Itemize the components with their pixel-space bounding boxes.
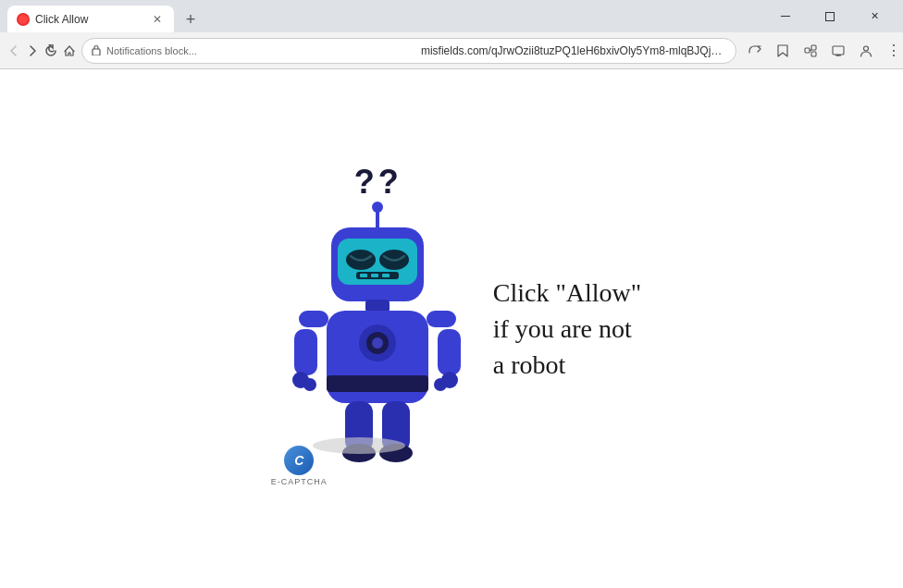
menu-button[interactable]: ⋮: [881, 38, 903, 64]
toolbar-actions: ⋮: [742, 38, 903, 64]
page-inner: ??: [262, 153, 642, 505]
robot-svg: [290, 200, 465, 468]
browser-tab[interactable]: Click Allow ✕: [7, 6, 174, 32]
main-text-line2: if you are not: [493, 311, 642, 347]
extensions-button[interactable]: [798, 38, 823, 64]
maximize-button[interactable]: [809, 2, 851, 31]
svg-point-33: [434, 378, 447, 391]
svg-point-9: [863, 46, 868, 51]
svg-point-19: [372, 202, 383, 213]
bookmark-button[interactable]: [770, 38, 796, 64]
tab-area: Click Allow ✕ +: [7, 0, 761, 32]
svg-rect-31: [438, 329, 461, 375]
minimize-button[interactable]: [764, 2, 807, 31]
svg-rect-27: [294, 329, 317, 375]
question-marks: ??: [354, 163, 402, 202]
forward-button[interactable]: [26, 38, 39, 64]
main-message: Click "Allow" if you are not a robot: [493, 275, 642, 384]
svg-rect-26: [299, 311, 328, 327]
svg-point-29: [303, 378, 316, 391]
notification-badge: Notifications block...: [106, 45, 412, 56]
svg-rect-17: [382, 274, 390, 277]
ecaptcha-logo: C E-CAPTCHA: [271, 446, 328, 486]
address-bar[interactable]: Notifications block... misfields.com/qJr…: [81, 38, 736, 64]
ecaptcha-label: E-CAPTCHA: [271, 477, 328, 486]
page-content: ??: [0, 69, 903, 588]
svg-rect-22: [327, 375, 428, 392]
url-text: misfields.com/qJrwOzii8tuzPQ1leH6bxivOly…: [421, 44, 726, 57]
svg-rect-4: [811, 45, 816, 50]
svg-rect-6: [833, 46, 844, 55]
main-text-line1: Click "Allow": [493, 275, 642, 311]
svg-rect-5: [811, 52, 816, 56]
svg-point-25: [372, 337, 383, 349]
svg-rect-15: [360, 274, 367, 277]
robot-illustration: ??: [262, 153, 475, 505]
profile-button[interactable]: [853, 38, 879, 64]
share-button[interactable]: [742, 38, 768, 64]
home-button[interactable]: [63, 38, 76, 64]
main-text-line3: a robot: [493, 347, 642, 383]
svg-rect-20: [365, 300, 390, 312]
reload-button[interactable]: [44, 38, 57, 64]
tab-favicon: [17, 13, 30, 26]
svg-rect-2: [93, 49, 100, 55]
svg-rect-30: [427, 311, 456, 327]
back-button[interactable]: [7, 38, 20, 64]
svg-rect-1: [826, 12, 835, 20]
cast-button[interactable]: [825, 38, 851, 64]
window-controls: ✕: [764, 2, 896, 31]
svg-rect-0: [781, 16, 790, 17]
tab-close-button[interactable]: ✕: [150, 12, 165, 27]
title-bar: Click Allow ✕ + ✕: [0, 0, 903, 32]
svg-rect-3: [805, 48, 810, 53]
svg-rect-16: [371, 274, 378, 277]
svg-rect-7: [835, 55, 841, 56]
tab-title: Click Allow: [35, 13, 144, 26]
close-button[interactable]: ✕: [853, 2, 896, 31]
security-lock-icon: [92, 44, 101, 57]
browser-toolbar: Notifications block... misfields.com/qJr…: [0, 32, 903, 69]
ecaptcha-icon: C: [284, 446, 314, 475]
new-tab-button[interactable]: +: [178, 6, 204, 32]
chrome-window: Click Allow ✕ + ✕: [0, 0, 903, 588]
